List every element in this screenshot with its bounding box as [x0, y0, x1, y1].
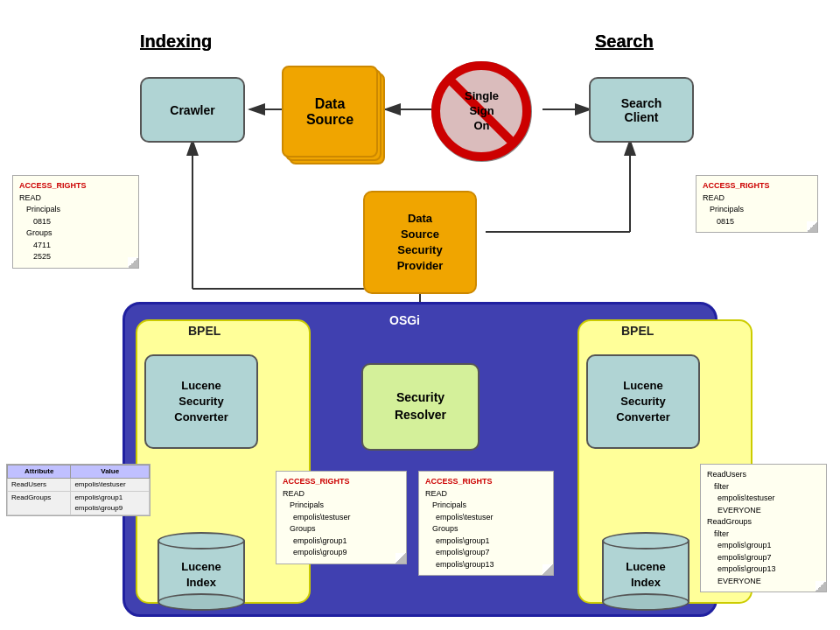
search-title: Search — [595, 32, 654, 52]
left-access-note: ACCESS_RIGHTS READ Principals 0815 Group… — [12, 175, 139, 269]
sso-container: Single Sign On — [431, 61, 532, 162]
osgi-label: OSGi — [389, 313, 420, 327]
crawler-box: Crawler — [140, 77, 245, 143]
lucene-index-right: Lucene Index — [593, 532, 698, 611]
bpel-right-label: BPEL — [621, 324, 654, 338]
diagram-container: Indexing Search Crawler Data Source Sing… — [0, 0, 840, 630]
bottom-right-note: ReadUsers filter empolis\testuser EVERYO… — [700, 464, 827, 592]
security-resolver-box: Security Resolver — [361, 363, 480, 451]
indexing-title: Indexing — [140, 32, 212, 52]
data-source-box: Data Source — [282, 66, 378, 158]
bottom-left-note1: ACCESS_RIGHTS READ Principals empolis\te… — [276, 471, 407, 564]
lsc-left-box: Lucene Security Converter — [144, 354, 258, 449]
right-access-note: ACCESS_RIGHTS READ Principals 0815 — [696, 175, 818, 233]
search-client-box: Search Client — [589, 77, 694, 143]
bottom-left-note2: ACCESS_RIGHTS READ Principals empolis\te… — [418, 471, 554, 576]
lucene-index-left: Lucene Index — [149, 532, 254, 611]
attribute-table-note: Attribute Value ReadUsers empolis\testus… — [6, 464, 150, 516]
sso-label: Single Sign On — [465, 89, 499, 134]
bpel-left-label: BPEL — [188, 324, 220, 338]
lsc-right-box: Lucene Security Converter — [586, 354, 700, 449]
dssp-box: Data Source Security Provider — [363, 191, 477, 294]
